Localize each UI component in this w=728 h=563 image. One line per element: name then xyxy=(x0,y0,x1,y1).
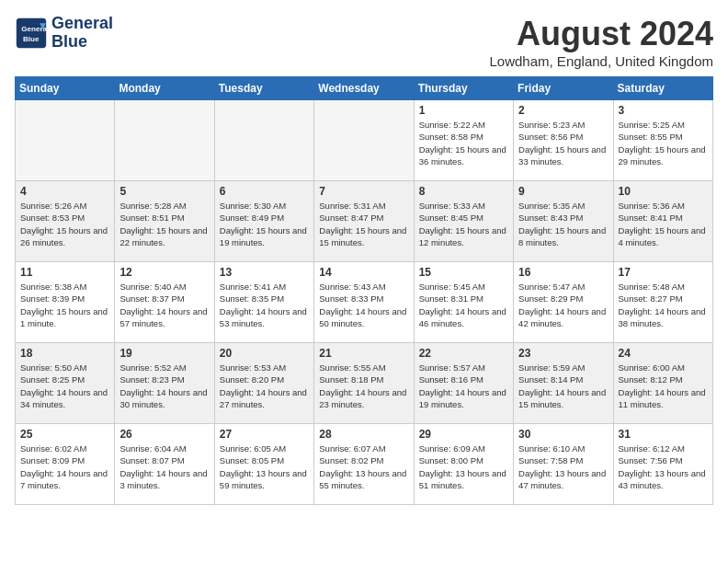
calendar-cell: 4Sunrise: 5:26 AM Sunset: 8:53 PM Daylig… xyxy=(16,181,115,262)
cell-info: Sunrise: 5:45 AM Sunset: 8:31 PM Dayligh… xyxy=(419,281,508,329)
week-row-2: 4Sunrise: 5:26 AM Sunset: 8:53 PM Daylig… xyxy=(16,181,713,262)
svg-text:Blue: Blue xyxy=(23,35,40,43)
calendar-cell: 26Sunrise: 6:04 AM Sunset: 8:07 PM Dayli… xyxy=(115,424,214,505)
day-number: 16 xyxy=(518,266,608,279)
day-number: 31 xyxy=(619,428,708,441)
day-number: 1 xyxy=(419,104,508,117)
cell-info: Sunrise: 5:30 AM Sunset: 8:49 PM Dayligh… xyxy=(220,200,309,248)
calendar-cell: 21Sunrise: 5:55 AM Sunset: 8:18 PM Dayli… xyxy=(314,343,414,424)
calendar-cell: 9Sunrise: 5:35 AM Sunset: 8:43 PM Daylig… xyxy=(514,181,613,262)
calendar-cell: 31Sunrise: 6:12 AM Sunset: 7:56 PM Dayli… xyxy=(613,424,712,505)
day-number: 4 xyxy=(20,185,109,198)
page-header: General Blue General Blue August 2024 Lo… xyxy=(15,15,713,69)
cell-info: Sunrise: 6:05 AM Sunset: 8:05 PM Dayligh… xyxy=(220,442,309,491)
cell-info: Sunrise: 5:47 AM Sunset: 8:29 PM Dayligh… xyxy=(518,281,608,329)
cell-info: Sunrise: 5:33 AM Sunset: 8:45 PM Dayligh… xyxy=(419,200,508,248)
cell-info: Sunrise: 5:59 AM Sunset: 8:14 PM Dayligh… xyxy=(518,362,608,410)
logo-icon: General Blue xyxy=(15,17,48,50)
day-number: 19 xyxy=(119,347,209,360)
week-row-1: 1Sunrise: 5:22 AM Sunset: 8:58 PM Daylig… xyxy=(16,100,713,181)
cell-info: Sunrise: 5:52 AM Sunset: 8:23 PM Dayligh… xyxy=(119,362,209,410)
day-number: 3 xyxy=(619,104,708,117)
calendar-cell: 17Sunrise: 5:48 AM Sunset: 8:27 PM Dayli… xyxy=(613,262,712,343)
day-number: 17 xyxy=(619,266,708,279)
day-number: 22 xyxy=(419,347,508,360)
calendar-cell xyxy=(314,100,414,181)
cell-info: Sunrise: 5:31 AM Sunset: 8:47 PM Dayligh… xyxy=(319,200,408,248)
calendar-cell xyxy=(214,100,313,181)
calendar-cell: 29Sunrise: 6:09 AM Sunset: 8:00 PM Dayli… xyxy=(414,424,513,505)
calendar-cell: 10Sunrise: 5:36 AM Sunset: 8:41 PM Dayli… xyxy=(613,181,712,262)
day-number: 12 xyxy=(119,266,209,279)
header-row: Sunday Monday Tuesday Wednesday Thursday… xyxy=(16,77,713,100)
day-number: 21 xyxy=(319,347,408,360)
cell-info: Sunrise: 5:36 AM Sunset: 8:41 PM Dayligh… xyxy=(619,200,708,248)
cell-info: Sunrise: 5:22 AM Sunset: 8:58 PM Dayligh… xyxy=(419,119,508,167)
calendar-cell: 30Sunrise: 6:10 AM Sunset: 7:58 PM Dayli… xyxy=(514,424,613,505)
calendar-cell: 3Sunrise: 5:25 AM Sunset: 8:55 PM Daylig… xyxy=(613,100,712,181)
calendar-cell: 25Sunrise: 6:02 AM Sunset: 8:09 PM Dayli… xyxy=(16,424,115,505)
calendar-cell: 16Sunrise: 5:47 AM Sunset: 8:29 PM Dayli… xyxy=(514,262,613,343)
cell-info: Sunrise: 5:53 AM Sunset: 8:20 PM Dayligh… xyxy=(220,362,309,410)
day-number: 6 xyxy=(220,185,309,198)
day-number: 29 xyxy=(419,428,508,441)
day-number: 9 xyxy=(518,185,608,198)
calendar-cell: 18Sunrise: 5:50 AM Sunset: 8:25 PM Dayli… xyxy=(16,343,115,424)
cell-info: Sunrise: 5:38 AM Sunset: 8:39 PM Dayligh… xyxy=(20,281,109,329)
cell-info: Sunrise: 5:26 AM Sunset: 8:53 PM Dayligh… xyxy=(20,200,109,248)
day-number: 25 xyxy=(20,428,109,441)
calendar-cell: 2Sunrise: 5:23 AM Sunset: 8:56 PM Daylig… xyxy=(514,100,613,181)
cell-info: Sunrise: 5:35 AM Sunset: 8:43 PM Dayligh… xyxy=(518,200,608,248)
month-title: August 2024 xyxy=(490,15,714,53)
day-number: 28 xyxy=(319,428,408,441)
day-number: 15 xyxy=(419,266,508,279)
day-number: 18 xyxy=(20,347,109,360)
calendar-cell xyxy=(115,100,214,181)
cell-info: Sunrise: 6:02 AM Sunset: 8:09 PM Dayligh… xyxy=(20,442,109,491)
calendar-cell: 8Sunrise: 5:33 AM Sunset: 8:45 PM Daylig… xyxy=(414,181,513,262)
calendar-cell: 23Sunrise: 5:59 AM Sunset: 8:14 PM Dayli… xyxy=(514,343,613,424)
cell-info: Sunrise: 6:12 AM Sunset: 7:56 PM Dayligh… xyxy=(619,442,708,491)
calendar-cell: 14Sunrise: 5:43 AM Sunset: 8:33 PM Dayli… xyxy=(314,262,414,343)
calendar-cell: 15Sunrise: 5:45 AM Sunset: 8:31 PM Dayli… xyxy=(414,262,513,343)
calendar-table: Sunday Monday Tuesday Wednesday Thursday… xyxy=(15,76,713,505)
col-wednesday: Wednesday xyxy=(314,77,414,100)
cell-info: Sunrise: 5:57 AM Sunset: 8:16 PM Dayligh… xyxy=(419,362,508,410)
cell-info: Sunrise: 5:25 AM Sunset: 8:55 PM Dayligh… xyxy=(619,119,708,167)
day-number: 10 xyxy=(619,185,708,198)
cell-info: Sunrise: 5:43 AM Sunset: 8:33 PM Dayligh… xyxy=(319,281,408,329)
calendar-cell: 1Sunrise: 5:22 AM Sunset: 8:58 PM Daylig… xyxy=(414,100,513,181)
cell-info: Sunrise: 5:40 AM Sunset: 8:37 PM Dayligh… xyxy=(119,281,209,329)
week-row-3: 11Sunrise: 5:38 AM Sunset: 8:39 PM Dayli… xyxy=(16,262,713,343)
calendar-cell: 22Sunrise: 5:57 AM Sunset: 8:16 PM Dayli… xyxy=(414,343,513,424)
col-sunday: Sunday xyxy=(16,77,115,100)
cell-info: Sunrise: 6:09 AM Sunset: 8:00 PM Dayligh… xyxy=(419,442,508,491)
day-number: 24 xyxy=(619,347,708,360)
day-number: 13 xyxy=(220,266,309,279)
col-friday: Friday xyxy=(514,77,613,100)
week-row-5: 25Sunrise: 6:02 AM Sunset: 8:09 PM Dayli… xyxy=(16,424,713,505)
col-thursday: Thursday xyxy=(414,77,513,100)
logo: General Blue General Blue xyxy=(15,15,113,52)
cell-info: Sunrise: 6:07 AM Sunset: 8:02 PM Dayligh… xyxy=(319,442,408,491)
calendar-cell: 12Sunrise: 5:40 AM Sunset: 8:37 PM Dayli… xyxy=(115,262,214,343)
cell-info: Sunrise: 5:48 AM Sunset: 8:27 PM Dayligh… xyxy=(619,281,708,329)
day-number: 8 xyxy=(419,185,508,198)
day-number: 11 xyxy=(20,266,109,279)
cell-info: Sunrise: 5:23 AM Sunset: 8:56 PM Dayligh… xyxy=(518,119,608,167)
title-block: August 2024 Lowdham, England, United Kin… xyxy=(490,15,714,69)
day-number: 30 xyxy=(518,428,608,441)
day-number: 23 xyxy=(518,347,608,360)
cell-info: Sunrise: 6:04 AM Sunset: 8:07 PM Dayligh… xyxy=(119,442,209,491)
calendar-cell: 28Sunrise: 6:07 AM Sunset: 8:02 PM Dayli… xyxy=(314,424,414,505)
day-number: 5 xyxy=(119,185,209,198)
cell-info: Sunrise: 5:50 AM Sunset: 8:25 PM Dayligh… xyxy=(20,362,109,410)
cell-info: Sunrise: 6:00 AM Sunset: 8:12 PM Dayligh… xyxy=(619,362,708,410)
cell-info: Sunrise: 6:10 AM Sunset: 7:58 PM Dayligh… xyxy=(518,442,608,491)
cell-info: Sunrise: 5:41 AM Sunset: 8:35 PM Dayligh… xyxy=(220,281,309,329)
day-number: 26 xyxy=(119,428,209,441)
day-number: 14 xyxy=(319,266,408,279)
day-number: 27 xyxy=(220,428,309,441)
cell-info: Sunrise: 5:28 AM Sunset: 8:51 PM Dayligh… xyxy=(119,200,209,248)
calendar-cell: 27Sunrise: 6:05 AM Sunset: 8:05 PM Dayli… xyxy=(214,424,313,505)
